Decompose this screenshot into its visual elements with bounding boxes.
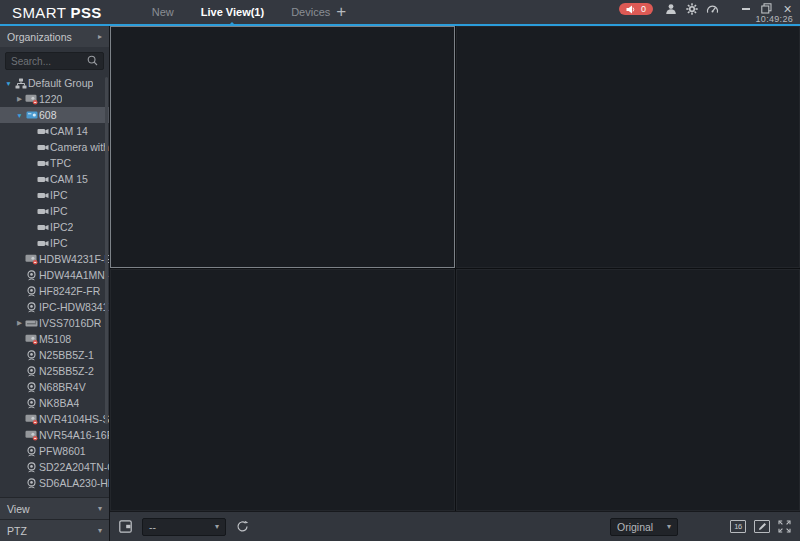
tree-item-ipc[interactable]: IPC	[0, 235, 109, 251]
tree-item-sd22a204tn-gni[interactable]: SD22A204TN-GNI-	[0, 459, 109, 475]
tree-item-camera-with-se[interactable]: Camera with se	[0, 139, 109, 155]
chevron-right-icon: ▸	[98, 32, 102, 41]
main-area: -- ▾ Original ▾ 16	[110, 26, 800, 541]
tree-item-ivss7016dr[interactable]: ▶IVSS7016DR	[0, 315, 109, 331]
split-9-icon[interactable]	[708, 520, 722, 534]
collapse-arrow-icon[interactable]: ▼	[4, 80, 13, 87]
expand-arrow-icon[interactable]: ▶	[15, 319, 24, 327]
video-pane-3[interactable]	[110, 269, 455, 511]
tree-item-label: IPC	[50, 237, 68, 249]
tab-live-view-1[interactable]: Live View(1)	[201, 0, 264, 24]
tree-item-cam-15[interactable]: CAM 15	[0, 171, 109, 187]
tree-item-ipc[interactable]: IPC	[0, 203, 109, 219]
view-panel-header[interactable]: View ▾	[0, 497, 109, 519]
view-label: View	[7, 503, 30, 515]
tree-item-hdw44a1mn-i[interactable]: HDW44A1MN-I	[0, 267, 109, 283]
video-pane-4[interactable]	[456, 269, 800, 511]
tree-item-label: HF8242F-FR	[39, 285, 100, 297]
gear-icon[interactable]	[684, 2, 699, 15]
fullscreen-icon[interactable]	[778, 520, 791, 533]
tree-item-label: CAM 15	[50, 173, 88, 185]
tree-item-label: SD6ALA230-HNI	[39, 477, 109, 489]
tree-item-label: N68BR4V	[39, 381, 86, 393]
tree-item-hf8242f-fr[interactable]: HF8242F-FR	[0, 283, 109, 299]
device-online-icon	[24, 110, 39, 120]
task-dropdown[interactable]: -- ▾	[142, 518, 226, 536]
ptz-panel-header[interactable]: PTZ ▾	[0, 519, 109, 541]
alarm-count-badge: 0	[641, 4, 646, 14]
minimize-button[interactable]	[738, 2, 753, 15]
dome-icon	[24, 302, 39, 313]
split-4-icon[interactable]	[686, 520, 700, 534]
tree-item-pfw8601[interactable]: PFW8601	[0, 443, 109, 459]
chevron-down-icon: ▾	[667, 522, 671, 531]
dome-icon	[24, 462, 39, 473]
tree-item-label: Default Group	[28, 77, 93, 89]
tree-item-nk8ba4[interactable]: NK8BA4	[0, 395, 109, 411]
tree-item-label: 1220	[39, 93, 62, 105]
tree-item-hdbw4231f-e2-m[interactable]: HDBW4231F-E2-M	[0, 251, 109, 267]
tree-item-label: IPC	[50, 205, 68, 217]
tree-item-n25bb5z-2[interactable]: N25BB5Z-2	[0, 363, 109, 379]
expand-arrow-icon[interactable]: ▶	[15, 95, 24, 103]
dome-icon	[24, 446, 39, 457]
channel-icon	[35, 239, 50, 248]
user-icon[interactable]	[663, 2, 678, 15]
tree-item-ipc2[interactable]: IPC2	[0, 219, 109, 235]
tree-item-label: SD22A204TN-GNI-	[39, 461, 109, 473]
tree-item-sd6ala230-hni[interactable]: SD6ALA230-HNI	[0, 475, 109, 491]
tree-item-tpc[interactable]: TPC	[0, 155, 109, 171]
device-offline-icon	[24, 254, 39, 265]
tree-item-label: Camera with se	[50, 141, 109, 153]
tree-item-ipc-hdw8341x-3d[interactable]: IPC-HDW8341X-3D	[0, 299, 109, 315]
device-offline-icon	[24, 414, 39, 425]
tree-item-label: 608	[39, 109, 57, 121]
tree-item-ipc[interactable]: IPC	[0, 187, 109, 203]
tree-item-cam-14[interactable]: CAM 14	[0, 123, 109, 139]
ptz-label: PTZ	[7, 525, 27, 537]
scale-dropdown[interactable]: Original ▾	[610, 518, 678, 536]
custom-split-icon[interactable]	[754, 520, 770, 533]
tree-item-1220[interactable]: ▶1220	[0, 91, 109, 107]
tree-item-nvr54a16-16p-4k[interactable]: NVR54A16-16P-4K	[0, 427, 109, 443]
dome-icon	[24, 398, 39, 409]
alarm-sound-button[interactable]: 0	[619, 3, 653, 15]
channel-icon	[35, 175, 50, 184]
bottom-toolbar: -- ▾ Original ▾ 16	[110, 511, 800, 541]
dome-icon	[24, 366, 39, 377]
video-pane-1[interactable]	[110, 26, 455, 268]
sidebar: Organizations ▸ ▼Default Group▶1220▼608C…	[0, 26, 110, 541]
tree-item-default-group[interactable]: ▼Default Group	[0, 75, 109, 91]
search-input[interactable]	[11, 56, 87, 67]
toolbar-right: Original ▾ 16	[610, 518, 791, 536]
save-view-icon[interactable]	[119, 520, 132, 533]
tree-item-n25bb5z-1[interactable]: N25BB5Z-1	[0, 347, 109, 363]
smart-pss-window: SMART PSS NewLive View(1)Devices + 0 × 1…	[0, 0, 800, 541]
tab-new[interactable]: New	[152, 0, 174, 24]
dome-icon	[24, 382, 39, 393]
tree-item-nvr4104hs-s2[interactable]: NVR4104HS-S2	[0, 411, 109, 427]
group-icon	[13, 78, 28, 89]
device-offline-icon	[24, 94, 39, 105]
tree-item-label: HDW44A1MN-I	[39, 269, 109, 281]
collapse-arrow-icon[interactable]: ▼	[15, 112, 24, 119]
video-grid	[110, 26, 800, 511]
chevron-down-icon: ▾	[98, 504, 102, 513]
add-tab-button[interactable]: +	[336, 7, 346, 17]
net-monitor-icon[interactable]	[705, 2, 720, 15]
tab-devices[interactable]: Devices	[291, 0, 330, 24]
toolbar-left: -- ▾	[119, 518, 249, 536]
tree-item-label: PFW8601	[39, 445, 86, 457]
tree-item-n68br4v[interactable]: N68BR4V	[0, 379, 109, 395]
dome-icon	[24, 350, 39, 361]
split-16-icon[interactable]: 16	[730, 520, 746, 533]
refresh-icon[interactable]	[236, 520, 249, 533]
organizations-header[interactable]: Organizations ▸	[0, 26, 109, 47]
search-box[interactable]	[5, 52, 104, 70]
video-pane-2[interactable]	[456, 26, 800, 268]
task-dropdown-value: --	[149, 521, 156, 533]
tree-item-608[interactable]: ▼608	[0, 107, 109, 123]
tree-item-m5108[interactable]: M5108	[0, 331, 109, 347]
tree-item-label: M5108	[39, 333, 71, 345]
chevron-down-icon: ▾	[215, 522, 219, 531]
